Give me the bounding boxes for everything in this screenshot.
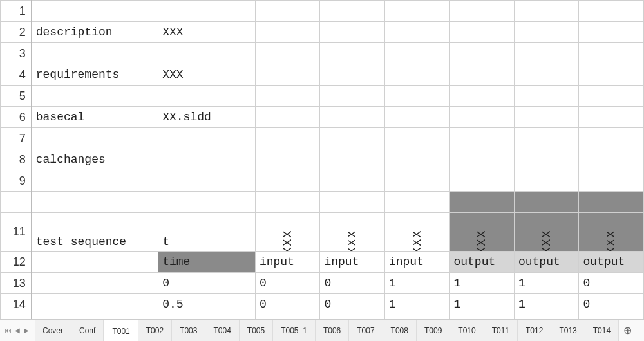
cell[interactable] bbox=[255, 192, 320, 213]
cell-kind-header[interactable]: output bbox=[579, 252, 644, 273]
sheet-tab-cover[interactable]: Cover bbox=[35, 320, 71, 341]
cell[interactable] bbox=[579, 43, 644, 64]
cell[interactable] bbox=[255, 64, 320, 86]
cell[interactable] bbox=[32, 128, 158, 149]
cell[interactable] bbox=[384, 149, 450, 170]
cell-output-shade[interactable] bbox=[579, 192, 644, 213]
sheet-tab-t002[interactable]: T002 bbox=[138, 320, 172, 341]
row-header[interactable]: 2 bbox=[1, 22, 32, 43]
cell[interactable] bbox=[579, 149, 644, 170]
cell-data[interactable]: 1 bbox=[450, 294, 515, 315]
row-header[interactable]: 4 bbox=[1, 64, 32, 86]
cell-basecal-value[interactable]: XX.sldd bbox=[158, 107, 256, 128]
cell-time-header[interactable]: time bbox=[158, 252, 256, 273]
cell-data[interactable]: 0 bbox=[255, 294, 320, 315]
cell[interactable] bbox=[450, 107, 515, 128]
cell[interactable] bbox=[384, 22, 450, 43]
add-sheet-button[interactable]: ⊕ bbox=[619, 324, 636, 336]
cell-data[interactable]: 1 bbox=[384, 273, 450, 294]
cell-data[interactable]: 0 bbox=[320, 294, 385, 315]
cell[interactable] bbox=[158, 43, 256, 64]
row-header[interactable] bbox=[1, 192, 32, 213]
cell[interactable] bbox=[384, 1, 450, 22]
cell-output-name[interactable]: XXX bbox=[450, 213, 515, 252]
cell[interactable] bbox=[32, 252, 158, 273]
cell[interactable] bbox=[158, 149, 256, 170]
cell-input-name[interactable]: XXX bbox=[255, 213, 320, 252]
cell[interactable] bbox=[320, 86, 385, 107]
cell[interactable] bbox=[320, 192, 385, 213]
cell-calchanges-label[interactable]: calchanges bbox=[32, 149, 158, 170]
cell-requirements-value[interactable]: XXX bbox=[158, 64, 256, 86]
cell-data[interactable]: 1 bbox=[384, 294, 450, 315]
cell[interactable] bbox=[514, 43, 579, 64]
cell-requirements-label[interactable]: requirements bbox=[32, 64, 158, 86]
cell-description-value[interactable]: XXX bbox=[158, 22, 256, 43]
cell-test-sequence-label[interactable]: test_sequence bbox=[32, 213, 158, 252]
cell[interactable] bbox=[450, 43, 515, 64]
cell-data[interactable]: 0 bbox=[320, 273, 385, 294]
cell-data[interactable]: 0 bbox=[579, 273, 644, 294]
sheet-tab-t003[interactable]: T003 bbox=[172, 320, 205, 341]
cell[interactable] bbox=[579, 86, 644, 107]
sheet-tab-t014[interactable]: T014 bbox=[585, 320, 619, 341]
cell[interactable] bbox=[320, 22, 385, 43]
sheet-tab-t011[interactable]: T011 bbox=[484, 320, 518, 341]
nav-next-icon[interactable]: ▶ bbox=[23, 327, 30, 335]
nav-prev-icon[interactable]: ◀ bbox=[14, 327, 21, 335]
sheet-tab-t012[interactable]: T012 bbox=[518, 320, 551, 341]
cell[interactable] bbox=[450, 170, 515, 192]
cell-data[interactable]: 0.5 bbox=[158, 294, 256, 315]
cell[interactable] bbox=[514, 170, 579, 192]
cell-data[interactable]: 0 bbox=[158, 273, 256, 294]
row-header[interactable]: 11 bbox=[1, 213, 32, 252]
cell[interactable] bbox=[32, 170, 158, 192]
sheet-tab-t006[interactable]: T006 bbox=[316, 320, 349, 341]
cell[interactable] bbox=[450, 149, 515, 170]
cell[interactable] bbox=[579, 128, 644, 149]
cell[interactable] bbox=[514, 86, 579, 107]
cell[interactable] bbox=[579, 64, 644, 86]
cell-output-name[interactable]: XXX bbox=[514, 213, 579, 252]
sheet-tab-t007[interactable]: T007 bbox=[349, 320, 383, 341]
nav-first-icon[interactable]: ⏮ bbox=[5, 327, 12, 335]
cell[interactable] bbox=[384, 43, 450, 64]
row-header[interactable]: 8 bbox=[1, 149, 32, 170]
cell[interactable] bbox=[384, 107, 450, 128]
cell-t-header[interactable]: t bbox=[158, 213, 256, 252]
cell[interactable] bbox=[255, 170, 320, 192]
cell[interactable] bbox=[384, 86, 450, 107]
cell[interactable] bbox=[255, 86, 320, 107]
row-header[interactable]: 9 bbox=[1, 170, 32, 192]
row-header[interactable]: 14 bbox=[1, 294, 32, 315]
cell-output-shade[interactable] bbox=[450, 192, 515, 213]
cell[interactable] bbox=[450, 64, 515, 86]
cell[interactable] bbox=[579, 170, 644, 192]
cell-kind-header[interactable]: input bbox=[384, 252, 450, 273]
cell[interactable] bbox=[255, 22, 320, 43]
cell[interactable] bbox=[514, 128, 579, 149]
cell-output-shade[interactable] bbox=[514, 192, 579, 213]
cell[interactable] bbox=[579, 1, 644, 22]
cell[interactable] bbox=[384, 64, 450, 86]
cell[interactable] bbox=[32, 86, 158, 107]
cell[interactable] bbox=[514, 1, 579, 22]
sheet-tab-t013[interactable]: T013 bbox=[551, 320, 585, 341]
cell[interactable] bbox=[450, 1, 515, 22]
cell[interactable] bbox=[450, 22, 515, 43]
cell-kind-header[interactable]: output bbox=[514, 252, 579, 273]
cell-output-name[interactable]: XXX bbox=[579, 213, 644, 252]
cell[interactable] bbox=[158, 170, 256, 192]
cell-kind-header[interactable]: output bbox=[450, 252, 515, 273]
cell[interactable] bbox=[32, 43, 158, 64]
cell[interactable] bbox=[255, 43, 320, 64]
cell[interactable] bbox=[320, 43, 385, 64]
cell-data[interactable]: 0 bbox=[255, 273, 320, 294]
row-header[interactable]: 6 bbox=[1, 107, 32, 128]
cell[interactable] bbox=[514, 22, 579, 43]
spreadsheet-grid[interactable]: 1 2 description XXX 3 4 requirements XXX… bbox=[0, 0, 644, 319]
cell[interactable] bbox=[450, 128, 515, 149]
cell[interactable] bbox=[320, 64, 385, 86]
cell-kind-header[interactable]: input bbox=[320, 252, 385, 273]
cell[interactable] bbox=[450, 86, 515, 107]
